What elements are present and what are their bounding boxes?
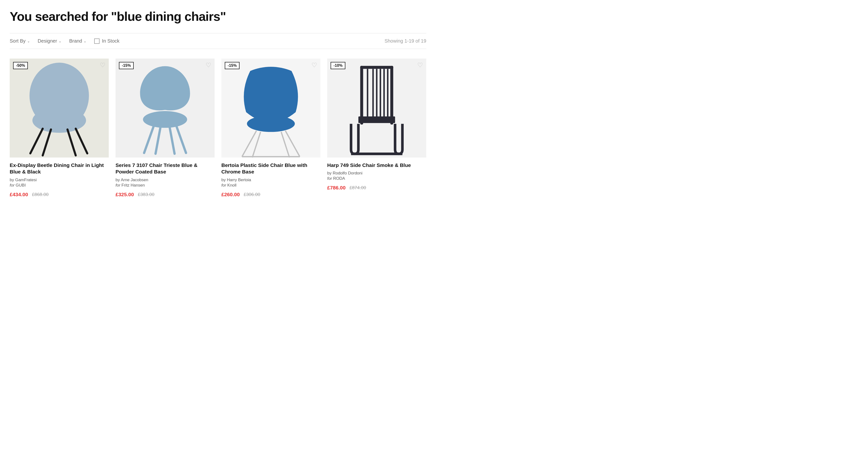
product-title-1: Ex-Display Beetle Dining Chair in Light … [10,162,109,175]
price-original-3: £306.00 [244,192,260,197]
svg-line-5 [76,129,87,154]
wishlist-button-3[interactable]: ♡ [311,62,317,68]
in-stock-filter[interactable]: In Stock [94,38,119,44]
product-brand-2: for Fritz Hansen [116,183,215,188]
product-designer-4: by Rodolfo Dordoni [327,171,426,176]
chair-image-1 [10,59,109,158]
svg-line-10 [177,126,186,153]
discount-badge-1: -50% [13,62,28,69]
sort-by-filter[interactable]: Sort By ⌄ [10,38,30,44]
price-current-1: £434.00 [10,192,28,197]
product-image-3: -15% ♡ [221,59,320,158]
product-card-4[interactable]: -10% ♡ Harp 749 Sid [327,59,426,197]
product-brand-1: for GUBI [10,183,109,188]
chair-image-3 [221,59,320,158]
svg-point-1 [32,108,86,133]
svg-line-2 [30,129,42,154]
product-card-3[interactable]: -15% ♡ Bertoia Plastic Side Chair Blue w… [221,59,320,197]
svg-point-6 [143,111,187,128]
wishlist-button-2[interactable]: ♡ [206,62,211,68]
brand-chevron-icon: ⌄ [84,39,87,43]
designer-label: Designer [38,38,57,44]
discount-badge-3: -15% [225,62,240,69]
wishlist-button-4[interactable]: ♡ [417,62,423,68]
svg-line-3 [42,129,51,155]
svg-rect-18 [391,66,393,124]
product-title-2: Series 7 3107 Chair Trieste Blue & Powde… [116,162,215,175]
svg-rect-26 [359,116,395,123]
product-designer-3: by Harry Bertoia [221,178,320,182]
sort-by-chevron-icon: ⌄ [27,39,30,43]
price-original-1: £868.00 [32,192,49,197]
price-current-2: £325.00 [116,192,134,197]
product-brand-4: for RODA [327,176,426,181]
price-original-2: £383.00 [138,192,155,197]
designer-filter[interactable]: Designer ⌄ [38,38,62,44]
svg-rect-19 [360,66,393,69]
svg-rect-17 [360,66,363,124]
chair-image-2 [116,59,215,158]
price-current-3: £260.00 [221,192,240,197]
product-prices-2: £325.00 £383.00 [116,192,215,197]
svg-line-7 [144,126,154,153]
brand-label: Brand [69,38,82,44]
product-title-3: Bertoia Plastic Side Chair Blue with Chr… [221,162,320,175]
wishlist-button-1[interactable]: ♡ [100,62,105,68]
product-image-1: -50% ♡ [10,59,109,158]
discount-badge-4: -10% [331,62,345,69]
svg-point-11 [247,115,295,132]
product-prices-3: £260.00 £306.00 [221,192,320,197]
designer-chevron-icon: ⌄ [59,39,62,43]
chair-image-4 [327,59,426,158]
svg-line-8 [155,127,160,154]
page-title: You searched for "blue dining chairs" [10,10,426,24]
svg-line-4 [68,129,76,155]
in-stock-text: In Stock [102,38,119,44]
filters-bar: Sort By ⌄ Designer ⌄ Brand ⌄ In Stock Sh… [10,33,426,49]
product-designer-2: by Arne Jacobsen [116,178,215,182]
product-designer-1: by GamFratesi [10,178,109,182]
svg-line-9 [169,127,175,154]
discount-badge-2: -15% [119,62,134,69]
product-prices-4: £786.00 £874.00 [327,185,426,191]
products-grid: -50% ♡ Ex-Display Beetle Dining Chair in… [10,59,426,197]
product-title-4: Harp 749 Side Chair Smoke & Blue [327,162,426,168]
brand-filter[interactable]: Brand ⌄ [69,38,87,44]
product-image-4: -10% ♡ [327,59,426,158]
showing-count: Showing 1-19 of 19 [384,38,426,44]
product-image-2: -15% ♡ [116,59,215,158]
in-stock-checkbox[interactable] [94,38,99,44]
product-card-2[interactable]: -15% ♡ Series 7 3107 Chair Trieste Blue … [116,59,215,197]
product-prices-1: £434.00 £868.00 [10,192,109,197]
product-brand-3: for Knoll [221,183,320,188]
price-current-4: £786.00 [327,185,346,191]
sort-by-label: Sort By [10,38,26,44]
price-original-4: £874.00 [349,185,366,191]
product-card-1[interactable]: -50% ♡ Ex-Display Beetle Dining Chair in… [10,59,109,197]
